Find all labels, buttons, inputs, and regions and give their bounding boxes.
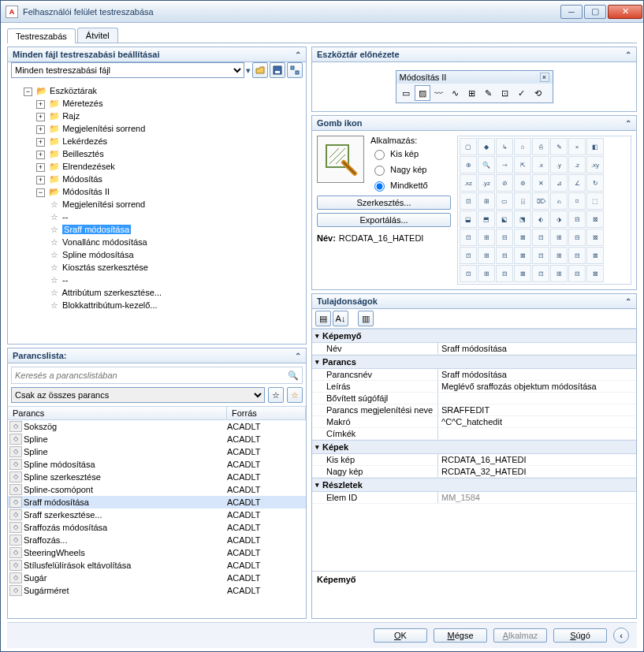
radio-small[interactable]: Kis kép: [370, 147, 451, 160]
tree-item[interactable]: Módosítás II: [62, 187, 110, 196]
iconlib-item[interactable]: ▭: [496, 192, 513, 210]
iconlib-item[interactable]: ⊡: [460, 265, 477, 282]
tree-item[interactable]: Módosítás: [62, 174, 102, 184]
iconlib-item[interactable]: ⬖: [532, 211, 549, 228]
tree-leaf[interactable]: Sraff módosítása: [62, 225, 131, 234]
command-row[interactable]: ◇Sraff szerkesztése...ACADLT: [8, 509, 306, 521]
tree-item[interactable]: Lekérdezés: [62, 136, 107, 146]
star-filter-button[interactable]: ☆: [287, 387, 303, 403]
prop-categorized-button[interactable]: ▤: [315, 311, 331, 326]
ok-button[interactable]: OK: [374, 628, 427, 643]
iconlib-item[interactable]: ⊞: [550, 265, 568, 282]
tree-expander[interactable]: +: [36, 138, 45, 147]
iconlib-item[interactable]: ⊠: [586, 229, 604, 246]
cancel-button[interactable]: Mégse: [434, 628, 487, 643]
tree-expander[interactable]: −: [24, 88, 32, 96]
command-row[interactable]: ◇SteeringWheelsACADLT: [8, 546, 306, 559]
tree-item[interactable]: Beillesztés: [62, 149, 104, 158]
tb-icon[interactable]: ⟲: [530, 85, 546, 101]
command-row[interactable]: ◇Spline szerkesztéseACADLT: [8, 471, 306, 483]
search-input[interactable]: [12, 371, 285, 380]
help-button[interactable]: Súgó: [553, 628, 607, 643]
edit-icon-button[interactable]: Szerkesztés...: [317, 196, 451, 210]
col-source[interactable]: Forrás: [227, 407, 306, 419]
command-row[interactable]: ◇SugárACADLT: [8, 572, 306, 584]
tree-expander[interactable]: +: [36, 163, 45, 172]
iconlib-item[interactable]: ⬔: [514, 211, 531, 228]
iconlib-item[interactable]: ⌦: [532, 192, 549, 210]
tb-icon-hatchedit[interactable]: ▨: [415, 85, 430, 101]
iconlib-item[interactable]: ⊟: [568, 229, 586, 246]
command-row[interactable]: ◇Stílusfelülírások eltávolításaACADLT: [8, 559, 306, 572]
tree-leaf[interactable]: Blokkattribútum-kezelő...: [62, 300, 157, 310]
command-row[interactable]: ◇SokszögACADLT: [8, 420, 306, 433]
iconlib-item[interactable]: ⊞: [478, 229, 495, 246]
command-row[interactable]: ◇Spline módosításaACADLT: [8, 458, 306, 471]
iconlib-item[interactable]: ⊟: [496, 247, 513, 264]
iconlib-item[interactable]: ⬗: [550, 211, 568, 228]
tree-expander[interactable]: +: [36, 113, 45, 121]
command-row[interactable]: ◇SugárméretACADLT: [8, 584, 306, 597]
tree-item[interactable]: Elrendezések: [62, 162, 115, 171]
minimize-button[interactable]: ─: [560, 5, 583, 19]
collapse-icon[interactable]: ⌃: [295, 352, 301, 360]
tree-item[interactable]: Méretezés: [62, 99, 102, 108]
iconlib-item[interactable]: .z: [568, 156, 586, 173]
command-row[interactable]: ◇Sraff módosításaACADLT: [8, 496, 306, 509]
iconlib-item[interactable]: ⊞: [478, 247, 495, 264]
close-button[interactable]: ✕: [608, 5, 642, 19]
tab-transfer[interactable]: Átvitel: [77, 28, 118, 43]
iconlib-item[interactable]: .xz: [460, 174, 477, 192]
tree-expander[interactable]: +: [36, 125, 45, 134]
tree-expander[interactable]: +: [36, 100, 45, 109]
iconlib-item[interactable]: ⊿: [550, 174, 568, 192]
radio-both[interactable]: Mindkettő: [370, 179, 451, 192]
back-button[interactable]: ‹: [613, 628, 629, 643]
tree-leaf[interactable]: Attribútum szerkesztése...: [61, 288, 162, 297]
iconlib-item[interactable]: ⊞: [478, 192, 495, 210]
icon-library[interactable]: ▢◆↳⌂⎙✎×◧⊕🔍⊸⇱.x.y.z.xy.xz.yz⊘⊚✕⊿∠↻⊡⊞▭⍓⌦⎌⌑…: [457, 136, 631, 285]
iconlib-item[interactable]: ↳: [496, 138, 513, 155]
tree-expander[interactable]: +: [36, 151, 45, 159]
iconlib-item[interactable]: ⊡: [532, 247, 549, 264]
iconlib-item[interactable]: ⊠: [514, 265, 531, 282]
tab-customize[interactable]: Testreszabás: [7, 28, 76, 43]
iconlib-item[interactable]: ⬓: [460, 211, 477, 228]
tree-leaf[interactable]: Vonallánc módosítása: [62, 237, 147, 247]
iconlib-item[interactable]: ⊕: [460, 156, 477, 173]
iconlib-item[interactable]: ⊠: [514, 229, 531, 246]
iconlib-item[interactable]: ⍓: [514, 192, 531, 210]
tb-icon[interactable]: ✓: [514, 85, 530, 101]
iconlib-item[interactable]: ⬕: [496, 211, 513, 228]
collapse-icon[interactable]: ⌃: [625, 297, 631, 306]
tree-item[interactable]: Megjelenítési sorrend: [62, 124, 145, 133]
property-grid[interactable]: ▾Képemyő NévSraff módosítása ▾Parancs Pa…: [312, 329, 636, 571]
command-row[interactable]: ◇Spline-csomópontACADLT: [8, 483, 306, 496]
collapse-icon[interactable]: ⌃: [625, 119, 631, 128]
tree-expander[interactable]: −: [36, 188, 45, 197]
iconlib-item[interactable]: ⊠: [586, 265, 604, 282]
iconlib-item[interactable]: .x: [532, 156, 549, 173]
iconlib-item[interactable]: ⊡: [532, 265, 549, 282]
preview-close-icon[interactable]: ×: [540, 73, 549, 82]
maximize-button[interactable]: ▢: [584, 5, 606, 19]
iconlib-item[interactable]: ×: [568, 138, 586, 155]
radio-large[interactable]: Nagy kép: [370, 163, 451, 176]
tb-icon[interactable]: ⊞: [464, 85, 480, 101]
save-file-button[interactable]: [270, 62, 285, 78]
command-row[interactable]: ◇SplineACADLT: [8, 445, 306, 458]
iconlib-item[interactable]: .yz: [478, 174, 495, 192]
iconlib-item[interactable]: ▢: [460, 138, 477, 155]
iconlib-item[interactable]: ⎌: [550, 192, 568, 210]
tree-leaf[interactable]: Megjelenítési sorrend: [62, 199, 145, 209]
col-command[interactable]: Parancs: [8, 407, 227, 419]
command-row[interactable]: ◇Sraffozás...ACADLT: [8, 534, 306, 546]
tb-icon[interactable]: ∿: [448, 85, 463, 101]
open-file-button[interactable]: [252, 62, 268, 78]
iconlib-item[interactable]: ⊠: [586, 211, 604, 228]
iconlib-item[interactable]: 🔍: [478, 156, 495, 173]
tree-leaf[interactable]: Kiosztás szerkesztése: [62, 263, 148, 272]
iconlib-item[interactable]: ⊟: [568, 265, 586, 282]
tree-leaf[interactable]: --: [62, 212, 68, 222]
tree-leaf[interactable]: --: [62, 275, 68, 285]
